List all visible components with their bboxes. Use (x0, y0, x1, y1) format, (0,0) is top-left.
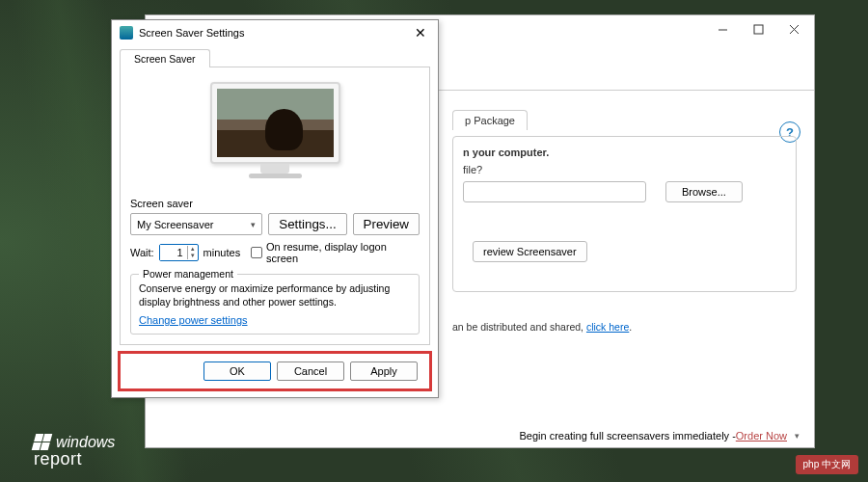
tab-package[interactable]: p Package (452, 110, 528, 130)
settings-button[interactable]: Settings... (268, 213, 346, 235)
cancel-button[interactable]: Cancel (277, 362, 344, 381)
browse-button[interactable]: Browse... (665, 181, 743, 202)
preview-screensaver-button[interactable]: review Screensaver (473, 241, 587, 262)
wait-label: Wait: (130, 247, 154, 258)
wait-value[interactable] (160, 245, 187, 260)
chevron-down-icon: ▾ (251, 220, 256, 229)
footer-caret-icon: ▾ (795, 431, 800, 441)
dialog-tabs: Screen Saver (112, 45, 438, 67)
share-text: an be distributed and shared, click here… (452, 321, 797, 333)
power-management-desc: Conserve energy or maximize performance … (139, 282, 411, 308)
php-watermark: php 中文网 (796, 455, 858, 474)
order-now-link[interactable]: Order Now (736, 430, 787, 442)
dialog-body: Screen saver My Screensaver ▾ Settings..… (120, 67, 430, 345)
dialog-titlebar: Screen Saver Settings ✕ (112, 20, 438, 45)
screen-saver-dialog: Screen Saver Settings ✕ Screen Saver Scr… (111, 19, 439, 398)
dialog-title: Screen Saver Settings (139, 27, 411, 39)
app-footer: Begin creating full screensavers immedia… (146, 424, 814, 447)
ok-button[interactable]: OK (203, 362, 271, 381)
checkbox-icon (251, 247, 262, 258)
click-here-link[interactable]: click here (586, 321, 629, 333)
power-management-group: Power management Conserve energy or maxi… (130, 274, 420, 335)
screensaver-select-value: My Screensaver (137, 219, 213, 230)
dialog-footer-highlight: OK Cancel Apply (118, 351, 432, 391)
tab-screen-saver[interactable]: Screen Saver (120, 49, 210, 67)
wait-unit: minutes (203, 247, 241, 258)
content-panel: n your computer. file? Browse... review … (452, 136, 797, 292)
panel-line1: n your computer. (463, 147, 786, 158)
preview-button[interactable]: Preview (353, 213, 420, 235)
apply-button[interactable]: Apply (350, 362, 418, 381)
svg-rect-1 (754, 25, 763, 34)
resume-checkbox[interactable]: On resume, display logon screen (251, 241, 420, 264)
screen-saver-group-label: Screen saver (130, 198, 420, 209)
dialog-icon (120, 26, 133, 40)
resume-label: On resume, display logon screen (266, 241, 420, 264)
close-button[interactable] (778, 18, 809, 40)
minimize-button[interactable] (707, 18, 738, 40)
power-management-legend: Power management (139, 268, 237, 280)
screensaver-select[interactable]: My Screensaver ▾ (130, 213, 262, 235)
stepper-arrows-icon[interactable]: ▲▼ (187, 246, 198, 259)
footer-text: Begin creating full screensavers immedia… (519, 430, 735, 442)
windows-report-logo: windows report (34, 434, 115, 468)
maximize-button[interactable] (743, 18, 773, 40)
file-path-input[interactable] (463, 181, 646, 202)
change-power-settings-link[interactable]: Change power settings (139, 314, 248, 326)
panel-line2: file? (463, 164, 482, 175)
preview-monitor (210, 82, 340, 183)
close-icon[interactable]: ✕ (411, 25, 430, 40)
wait-stepper[interactable]: ▲▼ (159, 244, 199, 261)
